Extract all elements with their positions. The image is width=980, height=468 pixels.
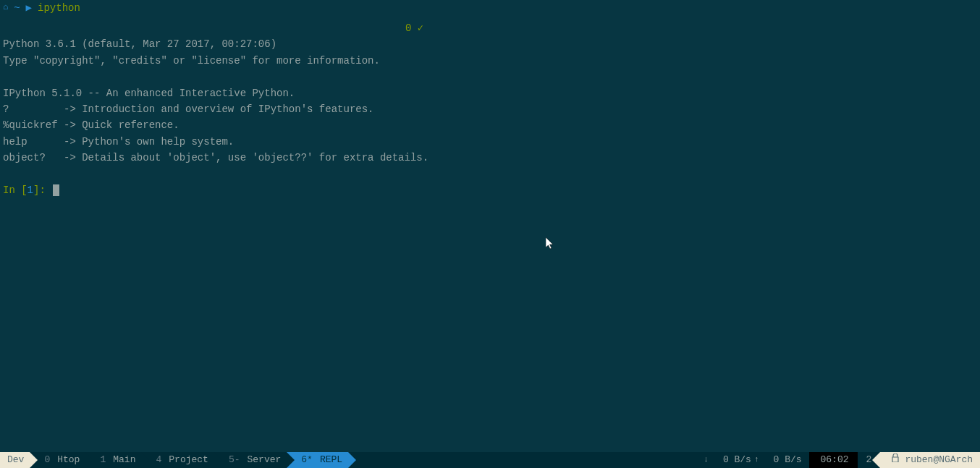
copyright-line: Type "copyright", "credits" or "license"… <box>3 55 380 67</box>
tab-num: 4 <box>156 453 161 468</box>
tab-label: REPL <box>320 453 342 468</box>
object-help-line: object? -> Details about 'object', use '… <box>3 152 428 163</box>
help-intro-line: ? -> Introduction and overview of IPytho… <box>3 103 373 115</box>
tab-label: Project <box>169 453 208 468</box>
tab-main[interactable]: 1 Main <box>85 452 141 468</box>
python-version-line: Python 3.6.1 (default, Mar 27 2017, 00:2… <box>3 38 276 50</box>
up-arrow-icon: ↑ <box>754 454 759 467</box>
net-up-value: 0 B/s <box>774 453 802 468</box>
terminal-output[interactable]: Python 3.6.1 (default, Mar 27 2017, 00:2… <box>0 16 980 203</box>
tab-project[interactable]: 4 Project <box>141 452 214 468</box>
user-host-segment: ruben@NGArch <box>880 452 980 468</box>
tab-label: Server <box>248 453 282 468</box>
net-down-value: 0 B/s <box>723 453 751 468</box>
net-down-stat: 0 B/s ↑ <box>716 452 766 468</box>
tab-num: 0 <box>44 453 50 468</box>
lock-icon <box>892 453 899 468</box>
tab-htop[interactable]: 0 Htop <box>30 452 85 468</box>
tab-num: 1 <box>100 453 106 468</box>
ipython-version-line: IPython 5.1.0 -- An enhanced Interactive… <box>3 88 295 99</box>
session-label: Dev <box>7 453 24 468</box>
statusbar-right: ↓ 0 B/s ↑ 0 B/s 06:02 2 ruben@NGArch <box>693 452 980 468</box>
home-icon: ⌂ <box>3 1 8 14</box>
checkmark-icon: ✓ <box>418 22 423 34</box>
net-up-stat: 0 B/s <box>766 452 809 468</box>
help-line: help -> Python's own help system. <box>3 136 234 148</box>
quickref-line: %quickref -> Quick reference. <box>3 119 179 131</box>
ipython-prompt-close: ]: <box>33 184 51 196</box>
ipython-prompt-number: 1 <box>28 184 33 196</box>
mouse-cursor-icon <box>546 237 556 258</box>
count-value: 2 <box>866 453 872 468</box>
tmux-status-bar: Dev 0 Htop 1 Main 4 Project 5- Server 6*… <box>0 452 980 468</box>
statusbar-spacer <box>348 452 693 468</box>
input-cursor[interactable] <box>53 184 59 196</box>
tab-num: 6* <box>301 453 313 468</box>
down-arrow-icon: ↓ <box>704 454 709 467</box>
status-count: 0 <box>405 22 411 34</box>
session-name[interactable]: Dev <box>0 452 30 468</box>
tab-repl-active[interactable]: 6* REPL <box>287 452 348 468</box>
shell-prompt-bar: ⌂ ~ ▶ ipython <box>0 0 980 16</box>
ipython-prompt-in: In [ <box>3 184 28 196</box>
cwd-tilde: ~ <box>14 0 20 16</box>
clock-segment: 06:02 <box>809 452 858 468</box>
clock-time: 06:02 <box>821 453 849 468</box>
net-down-indicator: ↓ <box>693 452 716 468</box>
tab-server[interactable]: 5- Server <box>214 452 287 468</box>
user-host-text: ruben@NGArch <box>905 453 973 468</box>
entered-command: ipython <box>38 0 80 16</box>
tab-label: Main <box>113 453 135 468</box>
tab-label: Htop <box>57 453 80 468</box>
status-indicator: 0 ✓ <box>405 20 423 36</box>
prompt-arrow-icon: ▶ <box>26 0 32 16</box>
tab-num: 5- <box>229 453 240 468</box>
